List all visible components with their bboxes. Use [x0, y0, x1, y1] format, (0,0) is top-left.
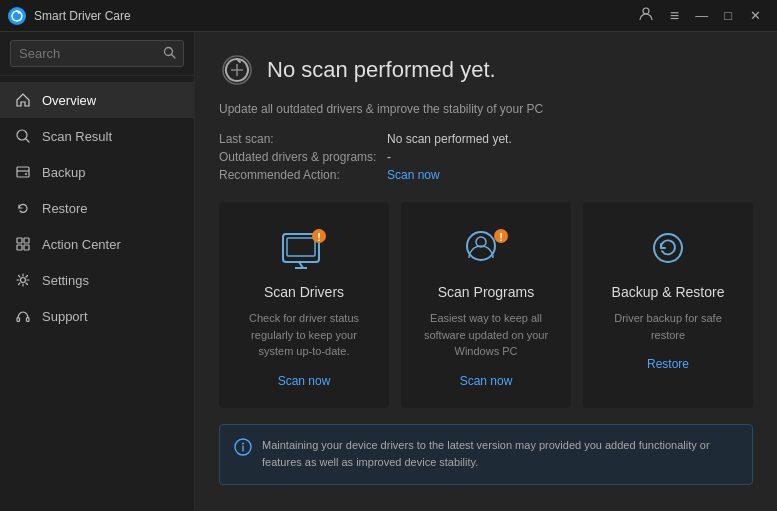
svg-line-4 [26, 139, 30, 143]
svg-point-7 [25, 173, 27, 175]
sidebar-item-overview-label: Overview [42, 93, 96, 108]
last-scan-label: Last scan: [219, 132, 379, 146]
warning-text: Maintaining your device drivers to the l… [262, 437, 738, 472]
svg-rect-5 [17, 167, 29, 177]
header-icon [219, 52, 255, 88]
sidebar-item-action-center-label: Action Center [42, 237, 121, 252]
last-scan-value: No scan performed yet. [387, 132, 753, 146]
scan-programs-link[interactable]: Scan now [460, 374, 513, 388]
svg-point-31 [242, 442, 244, 444]
scan-drivers-icon-area: ! [277, 222, 331, 274]
scan-programs-card: ! Scan Programs Easiest way to keep all … [401, 202, 571, 408]
feature-cards: ! Scan Drivers Check for driver status r… [219, 202, 753, 408]
settings-icon [14, 271, 32, 289]
content-header: No scan performed yet. [219, 52, 753, 88]
app-logo [8, 7, 26, 25]
scan-drivers-title: Scan Drivers [264, 284, 344, 300]
svg-point-28 [654, 234, 682, 262]
svg-point-0 [643, 8, 649, 14]
backup-restore-desc: Driver backup for safe restore [599, 310, 737, 343]
sidebar-item-scan-result[interactable]: Scan Result [0, 118, 194, 154]
nav-list: Overview Scan Result [0, 76, 194, 511]
menu-icon[interactable]: ≡ [664, 5, 685, 27]
outdated-value: - [387, 150, 753, 164]
search-button[interactable] [161, 44, 178, 64]
svg-text:!: ! [317, 231, 321, 243]
window-controls: ≡ — □ ✕ [632, 4, 769, 27]
sidebar-item-backup-label: Backup [42, 165, 85, 180]
sidebar-item-overview[interactable]: Overview [0, 82, 194, 118]
scan-drivers-link[interactable]: Scan now [278, 374, 331, 388]
app-body: Overview Scan Result [0, 32, 777, 511]
sidebar-item-settings[interactable]: Settings [0, 262, 194, 298]
svg-rect-11 [24, 245, 29, 250]
sidebar-item-support[interactable]: Support [0, 298, 194, 334]
backup-restore-link[interactable]: Restore [647, 357, 689, 371]
recommended-action-link[interactable]: Scan now [387, 168, 753, 182]
scan-programs-title: Scan Programs [438, 284, 534, 300]
svg-rect-8 [17, 238, 22, 243]
sidebar-item-restore[interactable]: Restore [0, 190, 194, 226]
scan-result-icon [14, 127, 32, 145]
page-subtitle: Update all outdated drivers & improve th… [219, 102, 753, 116]
scan-programs-desc: Easiest way to keep all software updated… [417, 310, 555, 360]
recommended-label: Recommended Action: [219, 168, 379, 182]
svg-rect-19 [287, 238, 315, 256]
search-input[interactable] [11, 41, 183, 66]
home-icon [14, 91, 32, 109]
search-wrapper [10, 40, 184, 67]
scan-drivers-desc: Check for driver status regularly to kee… [235, 310, 373, 360]
page-title: No scan performed yet. [267, 57, 496, 83]
outdated-label: Outdated drivers & programs: [219, 150, 379, 164]
backup-restore-icon-area [641, 222, 695, 274]
close-button[interactable]: ✕ [742, 6, 769, 25]
sidebar-item-support-label: Support [42, 309, 88, 324]
action-center-icon [14, 235, 32, 253]
warning-banner: Maintaining your device drivers to the l… [219, 424, 753, 485]
scan-drivers-card: ! Scan Drivers Check for driver status r… [219, 202, 389, 408]
svg-line-2 [172, 54, 176, 58]
sidebar-item-backup[interactable]: Backup [0, 154, 194, 190]
info-icon [234, 438, 252, 456]
titlebar: Smart Driver Care ≡ — □ ✕ [0, 0, 777, 32]
app-title: Smart Driver Care [34, 9, 632, 23]
scan-programs-icon-area: ! [459, 222, 513, 274]
user-icon[interactable] [632, 4, 660, 27]
maximize-button[interactable]: □ [718, 6, 738, 25]
svg-rect-9 [24, 238, 29, 243]
backup-restore-title: Backup & Restore [612, 284, 725, 300]
info-grid: Last scan: No scan performed yet. Outdat… [219, 132, 753, 182]
svg-point-12 [21, 278, 26, 283]
sidebar-item-action-center[interactable]: Action Center [0, 226, 194, 262]
minimize-button[interactable]: — [689, 6, 714, 25]
sidebar-item-restore-label: Restore [42, 201, 88, 216]
restore-icon [14, 199, 32, 217]
search-container [0, 32, 194, 76]
backup-restore-card: Backup & Restore Driver backup for safe … [583, 202, 753, 408]
sidebar-item-settings-label: Settings [42, 273, 89, 288]
sidebar: Overview Scan Result [0, 32, 195, 511]
backup-icon [14, 163, 32, 181]
support-icon [14, 307, 32, 325]
svg-text:!: ! [499, 231, 503, 243]
main-content: No scan performed yet. Update all outdat… [195, 32, 777, 511]
svg-rect-10 [17, 245, 22, 250]
sidebar-item-scan-result-label: Scan Result [42, 129, 112, 144]
